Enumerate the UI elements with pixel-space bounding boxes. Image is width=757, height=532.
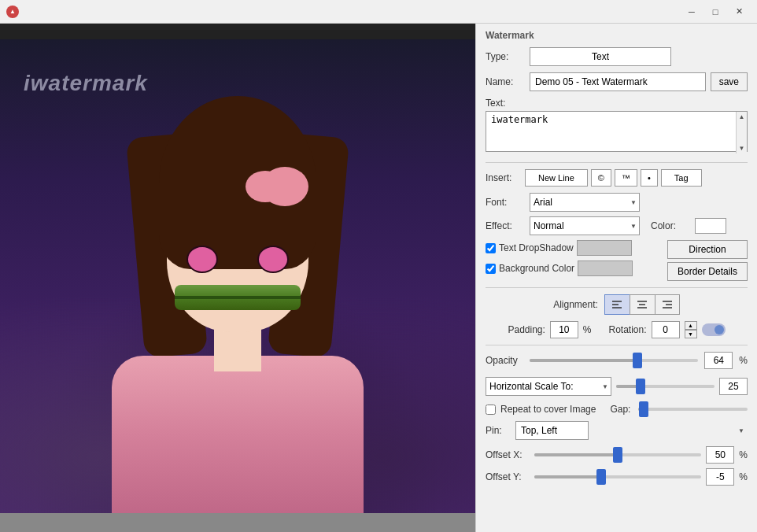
rotation-input[interactable] [652, 321, 680, 338]
watermark-overlay: iwatermark [24, 71, 148, 96]
type-button[interactable]: Text [530, 47, 671, 66]
padding-rotation-row: Padding: % Rotation: ▲ ▼ [486, 321, 748, 338]
align-right-button[interactable] [655, 294, 680, 315]
app-icon: ▲ [6, 6, 19, 18]
rotation-toggle[interactable] [702, 323, 726, 336]
text-area-wrapper: ▲ ▼ [486, 111, 748, 154]
bamboo-muzzle [175, 285, 301, 310]
minimize-button[interactable]: ─ [680, 4, 703, 20]
insert-trademark-button[interactable]: ™ [615, 169, 637, 187]
font-row: Font: Arial Times New Roman Helvetica [486, 193, 748, 212]
title-bar: ▲ ─ □ ✕ [0, 0, 757, 24]
pin-select[interactable]: Top, Left Top, Center Top, Right Center,… [515, 421, 589, 440]
close-button[interactable]: ✕ [727, 4, 751, 20]
pin-label: Pin: [486, 425, 511, 436]
scroll-up-arrow[interactable]: ▲ [737, 112, 747, 122]
offset-x-slider-track[interactable] [534, 453, 701, 456]
effect-select[interactable]: Normal Emboss Engrave [530, 216, 640, 235]
alignment-buttons [604, 294, 680, 315]
rotation-up-button[interactable]: ▲ [685, 321, 697, 330]
insert-row: Insert: New Line © ™ • Tag [486, 169, 748, 187]
insert-copyright-button[interactable]: © [591, 169, 611, 187]
background-color-checkbox[interactable] [486, 264, 496, 274]
text-field-label: Text: [486, 98, 748, 109]
image-top-bar [0, 24, 475, 39]
repeat-checkbox[interactable] [486, 405, 496, 415]
scale-row: Horizontal Scale To: Vertical Scale To: … [486, 377, 748, 396]
offset-y-label: Offset Y: [486, 471, 530, 482]
name-label: Name: [486, 76, 525, 87]
gap-slider-thumb[interactable] [639, 401, 648, 417]
character-body [96, 120, 379, 513]
scale-select[interactable]: Horizontal Scale To: Vertical Scale To: … [486, 377, 611, 396]
offset-x-value-input[interactable] [706, 446, 734, 464]
effect-row: Effect: Normal Emboss Engrave Color: [486, 216, 748, 235]
opacity-label: Opacity [486, 355, 523, 366]
insert-bullet-button[interactable]: • [641, 169, 658, 187]
title-bar-controls: ─ □ ✕ [680, 4, 751, 20]
offset-y-slider-fill [534, 475, 601, 478]
opacity-value-input[interactable] [704, 352, 733, 369]
gap-slider-track[interactable] [638, 408, 748, 411]
name-input[interactable] [530, 72, 706, 91]
text-dropshadow-checkbox[interactable] [486, 243, 496, 253]
padding-input[interactable] [550, 321, 578, 338]
font-select-wrapper: Arial Times New Roman Helvetica [530, 193, 640, 212]
pin-select-wrapper: Top, Left Top, Center Top, Right Center,… [515, 421, 748, 440]
offset-y-slider-thumb[interactable] [596, 469, 606, 485]
font-select[interactable]: Arial Times New Roman Helvetica [530, 193, 640, 212]
scroll-down-arrow[interactable]: ▼ [737, 143, 747, 153]
name-row: Name: save [486, 72, 748, 91]
left-panel: iwatermark [0, 24, 475, 532]
scale-slider-thumb[interactable] [636, 379, 645, 394]
hair-ribbon [261, 167, 308, 206]
effect-select-wrapper: Normal Emboss Engrave [530, 216, 640, 235]
offset-x-slider-fill [534, 453, 618, 456]
right-panel: Watermark Type: Text Name: save Text: ▲ … [475, 24, 757, 532]
eye-right [257, 246, 289, 273]
align-center-button[interactable] [630, 294, 655, 315]
offset-x-percent: % [739, 449, 748, 460]
right-action-buttons: Direction Border Details [667, 240, 748, 281]
rotation-stepper: ▲ ▼ [685, 321, 697, 338]
offset-y-value-input[interactable] [706, 468, 734, 486]
effect-label: Effect: [486, 220, 525, 231]
insert-newline-button[interactable]: New Line [525, 169, 588, 187]
background-color-row: Background Color [486, 260, 661, 276]
text-textarea[interactable] [486, 111, 748, 152]
eye-left [186, 246, 218, 273]
offset-y-slider-track[interactable] [534, 475, 701, 478]
maximize-button[interactable]: □ [703, 4, 727, 20]
rotation-down-button[interactable]: ▼ [685, 330, 697, 338]
image-bottom-strip [0, 513, 475, 532]
save-button[interactable]: save [711, 72, 748, 91]
textarea-scrollbar: ▲ ▼ [736, 112, 747, 153]
scale-value-input[interactable] [719, 378, 748, 395]
opacity-slider-thumb[interactable] [633, 353, 642, 368]
insert-tag-button[interactable]: Tag [661, 169, 702, 187]
text-dropshadow-label: Text DropShadow [499, 242, 574, 253]
pin-row: Pin: Top, Left Top, Center Top, Right Ce… [486, 421, 748, 440]
color-picker[interactable] [695, 218, 726, 234]
type-label: Type: [486, 51, 525, 62]
background-color-box[interactable] [578, 260, 633, 276]
padding-label: Padding: [508, 324, 545, 335]
main-content: iwatermark Watermark Type: Text Name: sa… [0, 24, 757, 532]
bamboo-knot [175, 296, 301, 299]
alignment-label: Alignment: [553, 299, 598, 310]
direction-button[interactable]: Direction [667, 240, 748, 259]
anime-background: iwatermark [0, 39, 475, 513]
border-details-button[interactable]: Border Details [667, 262, 748, 281]
scale-select-wrapper: Horizontal Scale To: Vertical Scale To: … [486, 377, 611, 396]
color-label: Color: [651, 220, 690, 231]
opacity-row: Opacity % [486, 352, 748, 369]
offset-x-slider-thumb[interactable] [613, 447, 622, 463]
repeat-row: Repeat to cover Image Gap: [486, 404, 748, 415]
opacity-slider-track[interactable] [530, 359, 698, 362]
opacity-percent-label: % [739, 355, 748, 366]
scale-slider-track[interactable] [616, 385, 715, 388]
background-color-label: Background Color [499, 263, 574, 274]
align-left-button[interactable] [604, 294, 630, 315]
dropshadow-color-box[interactable] [577, 240, 632, 256]
kimono [112, 356, 364, 513]
